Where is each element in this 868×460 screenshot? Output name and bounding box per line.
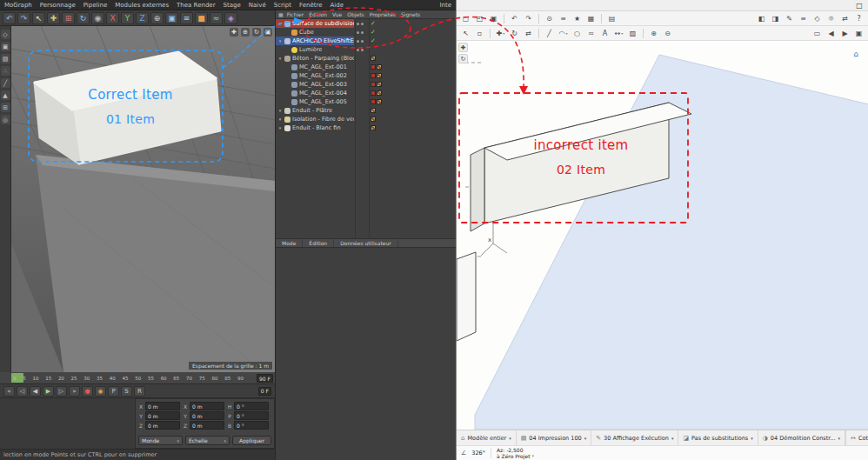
material-row[interactable]: MC_AGL_Ext-005 [276, 97, 456, 106]
om-menu-fichier[interactable]: Fichier [287, 11, 304, 17]
layers-icon[interactable]: ▦ [585, 13, 597, 24]
om-menu-propri-t-s[interactable]: Propriétés [370, 11, 396, 17]
goto-start-button[interactable]: « [3, 386, 15, 397]
line-tool-icon[interactable]: ╱ [544, 28, 555, 39]
scale-mode-select[interactable]: Échelle▾ [185, 436, 230, 445]
object-row[interactable]: Cube✓ [276, 28, 456, 37]
expand-arrow-icon[interactable]: ▾ [277, 117, 283, 122]
menu-naiv[interactable]: Naivé [249, 2, 266, 9]
material-swatches[interactable] [371, 73, 382, 78]
visibility-dots[interactable] [357, 49, 364, 51]
new-project-icon[interactable]: ▢ [460, 13, 471, 24]
element-settings-icon[interactable]: ≡ [558, 13, 569, 24]
elevation-value[interactable]: Az: -2,500 [497, 447, 534, 453]
menu-pipeline[interactable]: Pipeline [83, 2, 107, 9]
edges-mode-icon[interactable]: ╱ [1, 78, 10, 88]
select-tool-icon[interactable]: ↖ [32, 12, 45, 24]
tab-mode[interactable]: Mode [276, 239, 303, 247]
move-tool-icon[interactable]: ✚ [47, 12, 60, 24]
favorites-icon[interactable]: ★ [571, 13, 583, 24]
partial-element[interactable] [457, 252, 476, 341]
workplane-icon[interactable]: ⊞ [1, 103, 10, 112]
menu-stage[interactable]: Stage [224, 2, 241, 9]
size-y-field[interactable]: 0 m [190, 411, 224, 420]
record-button[interactable]: ● [82, 386, 93, 397]
apply-button[interactable]: Appliquer [232, 436, 271, 445]
angle-value[interactable]: 326° [471, 450, 485, 457]
om-menu-vue[interactable]: Vue [332, 11, 342, 17]
rotate-icon[interactable]: ↻ [509, 28, 520, 39]
material-row[interactable]: ▾Isolation - Fibre de verre [276, 115, 456, 123]
print-icon[interactable]: ▤ [606, 13, 618, 24]
om-menu-objets[interactable]: Objets [347, 11, 364, 17]
enable-toggle[interactable]: ✓ [371, 21, 376, 27]
menu-modules-externes[interactable]: Modules externes [115, 2, 169, 9]
dimension-tool-icon[interactable]: ↔▾ [613, 28, 624, 39]
pan-view-icon[interactable]: ✚ [458, 43, 468, 52]
sun-study-icon[interactable]: ☼ [825, 13, 837, 24]
find-select-icon[interactable]: ⊙ [544, 13, 555, 24]
material-swatches[interactable] [371, 64, 382, 70]
rotation-h-field[interactable]: 0 ° [234, 402, 269, 410]
previous-view-icon[interactable]: ◀ [825, 28, 837, 39]
material-row[interactable]: MC_AGL_Ext-003 [276, 80, 456, 89]
material-swatches[interactable] [371, 99, 382, 104]
maximize-button[interactable]: □ [851, 0, 868, 11]
undo-icon[interactable]: ↶ [3, 12, 16, 24]
arrow-tool-icon[interactable]: ↖ [460, 28, 471, 39]
c4d-viewport[interactable]: ✚⊕↻▣ Espacement de la grille : 1 m [11, 26, 275, 372]
enable-toggle[interactable]: ✓ [371, 38, 376, 44]
archicad-titlebar[interactable]: —□× [457, 0, 868, 11]
tab-dition[interactable]: Édition [303, 239, 334, 247]
pan-view-icon[interactable]: ✚ [230, 28, 238, 37]
object-row[interactable]: ▾ARCHICAD EliveShiftEnt✓ [276, 37, 456, 45]
navigator-icon[interactable]: ◧ [756, 13, 767, 24]
timeline-ruler[interactable]: 051015202530354045505560657075808590 90 … [0, 372, 275, 384]
material-swatches[interactable] [371, 117, 376, 122]
coord-system-icon[interactable]: ⊕ [150, 12, 164, 24]
archicad-3d-view[interactable]: x ✚↻ ⌂ [457, 41, 868, 430]
organizer-icon[interactable]: ◨ [770, 13, 781, 24]
material-swatches[interactable] [371, 125, 376, 130]
axis-x-lock-icon[interactable]: X [106, 12, 119, 24]
last-tool-icon[interactable]: ◉ [91, 12, 104, 24]
reference-level[interactable]: à Zéro Projet▾ [497, 453, 534, 459]
material-row[interactable]: ▾Enduit - Plâtre [276, 106, 456, 115]
material-swatches[interactable] [371, 56, 376, 61]
mograph-icon[interactable]: ◈ [224, 12, 237, 24]
enable-toggle[interactable]: ✓ [371, 30, 376, 36]
make-editable-icon[interactable]: ◇ [1, 30, 10, 39]
material-swatches[interactable] [371, 82, 382, 87]
3d-style-icon[interactable]: ◇ [811, 13, 823, 24]
prev-frame-button[interactable]: ◀ [30, 386, 41, 397]
position-z-field[interactable]: 0 m [145, 421, 180, 430]
tab-donn-es-utilisateur[interactable]: Données utilisateur [334, 239, 398, 247]
expand-arrow-icon[interactable]: ▾ [277, 38, 283, 43]
menu-mograph[interactable]: MoGraph [4, 2, 32, 9]
position-x-field[interactable]: 0 m [145, 402, 180, 410]
menu-personnage[interactable]: Personnage [40, 2, 76, 9]
next-frame-button[interactable]: ▷ [56, 386, 67, 397]
axis-y-lock-icon[interactable]: Y [121, 12, 134, 24]
marquee-tool-icon[interactable]: ▫ [474, 28, 485, 39]
visibility-dots[interactable] [357, 31, 364, 34]
expand-arrow-icon[interactable]: ▾ [277, 108, 283, 113]
quick-option-dimensions-unit[interactable]: ↔Cotations cm [845, 430, 868, 445]
points-mode-icon[interactable]: ∴ [1, 66, 10, 76]
save-icon[interactable]: ▣ [488, 13, 499, 24]
help-icon[interactable]: ? [853, 13, 865, 24]
goto-end-button[interactable]: » [69, 386, 80, 397]
quick-option-pen-set[interactable]: ✎30 Affichage Exécution▾ [591, 430, 678, 445]
prev-key-button[interactable]: ◁ [17, 386, 28, 397]
material-row[interactable]: ▾Béton - Parpaing (Blocs) [276, 54, 456, 63]
undo-icon[interactable]: ↶ [509, 13, 520, 24]
rotation-b-field[interactable]: 0 ° [234, 421, 269, 430]
home-view-icon[interactable]: ⌂ [853, 50, 858, 58]
visibility-dots[interactable] [357, 23, 364, 25]
om-menu-signets[interactable]: Signets [401, 11, 420, 17]
menu-script[interactable]: Script [274, 2, 291, 9]
play-button[interactable]: ▶ [43, 386, 54, 397]
redo-icon[interactable]: ↷ [523, 13, 534, 24]
redo-icon[interactable]: ↷ [17, 12, 30, 24]
next-view-icon[interactable]: ▶ [839, 28, 851, 39]
